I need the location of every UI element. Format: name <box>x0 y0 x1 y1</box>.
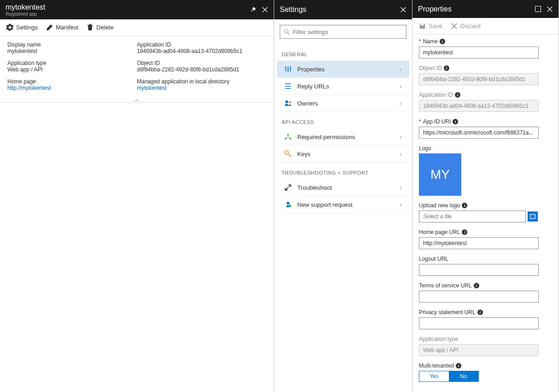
delete-label: Delete <box>96 24 114 31</box>
toggle-no[interactable]: No <box>449 371 478 381</box>
home-page-link[interactable]: http://mytokentest <box>7 85 137 91</box>
trash-icon <box>87 24 94 31</box>
discard-label: Discard <box>460 23 481 29</box>
app-header: mytokentest Registered app <box>0 0 274 19</box>
settings-header: Settings <box>274 0 412 19</box>
settings-title: Settings <box>280 6 306 14</box>
maximize-icon[interactable] <box>535 6 541 12</box>
setting-properties[interactable]: Properties › <box>277 61 409 78</box>
app-id-label: Application ID <box>137 41 266 48</box>
settings-label: Settings <box>16 24 38 31</box>
tos-input[interactable] <box>419 291 539 303</box>
svg-point-2 <box>288 70 289 71</box>
app-toolbar: Settings Manifest Delete <box>0 19 274 36</box>
object-id-value: d8f64bba-2282-492d-80f8-bd1cda2885d1 <box>137 66 266 73</box>
logout-url-input[interactable] <box>419 264 539 276</box>
app-type-value: Web app / API <box>7 66 137 73</box>
wrench-icon <box>284 184 292 191</box>
filter-settings-input[interactable] <box>280 25 406 39</box>
properties-title: Properties <box>418 5 452 13</box>
setting-new-support[interactable]: New support request › <box>277 196 409 213</box>
properties-panel: Properties Save Discard *Namei Object ID… <box>412 0 559 392</box>
svg-point-7 <box>285 100 288 103</box>
object-id-label: Object ID <box>419 65 442 71</box>
home-url-input[interactable] <box>419 237 539 249</box>
multi-tenant-toggle[interactable]: Yes No <box>419 371 479 382</box>
object-id-input <box>419 73 539 85</box>
setting-owners[interactable]: Owners › <box>277 95 409 112</box>
manifest-button[interactable]: Manifest <box>46 24 78 31</box>
display-name-label: Display name <box>7 41 137 48</box>
upload-logo-label: Upload new logo <box>419 202 460 209</box>
chevron-right-icon: › <box>400 82 402 90</box>
toggle-yes[interactable]: Yes <box>419 371 449 381</box>
setting-troubleshoot[interactable]: Troubleshoot › <box>277 179 409 196</box>
permissions-icon <box>284 133 292 140</box>
section-api: API ACCESS <box>274 112 412 129</box>
name-input[interactable] <box>419 47 539 59</box>
setting-keys[interactable]: Keys › <box>277 146 409 163</box>
settings-button[interactable]: Settings <box>6 24 38 31</box>
info-icon[interactable]: i <box>453 119 458 124</box>
collapse-icon[interactable]: ︽ <box>0 96 274 103</box>
privacy-input[interactable] <box>419 317 539 329</box>
app-type-input <box>419 344 539 356</box>
svg-rect-14 <box>289 205 291 207</box>
discard-button[interactable]: Discard <box>451 23 481 29</box>
info-icon[interactable]: i <box>474 283 479 288</box>
multi-tenant-label: Multi-tenanted <box>419 363 454 369</box>
folder-icon <box>530 213 536 220</box>
pin-icon[interactable] <box>250 6 256 13</box>
setting-reply-urls[interactable]: Reply URLs › <box>277 78 409 95</box>
owners-icon <box>284 99 292 107</box>
delete-button[interactable]: Delete <box>87 24 114 31</box>
app-title: mytokentest <box>6 3 45 12</box>
home-page-label: Home page <box>7 78 137 85</box>
display-name-value: mytokentest <box>7 48 137 54</box>
sliders-icon <box>284 65 292 73</box>
save-button[interactable]: Save <box>419 23 442 29</box>
setting-troubleshoot-label: Troubleshoot <box>297 184 394 191</box>
close-icon[interactable] <box>400 6 406 13</box>
app-id-input <box>419 100 539 112</box>
app-subtitle: Registered app <box>6 12 45 17</box>
close-icon[interactable] <box>547 6 553 12</box>
setting-properties-label: Properties <box>297 66 394 73</box>
svg-point-5 <box>285 86 286 87</box>
save-label: Save <box>429 23 442 29</box>
app-id-uri-input[interactable] <box>419 127 539 139</box>
filter-input-field[interactable] <box>293 29 402 35</box>
info-icon[interactable]: i <box>462 203 467 208</box>
section-troubleshooting: TROUBLESHOOTING + SUPPORT <box>274 163 412 179</box>
list-icon <box>284 82 292 90</box>
info-icon[interactable]: i <box>444 65 449 71</box>
info-icon[interactable]: i <box>462 229 467 235</box>
svg-point-12 <box>285 151 288 154</box>
setting-required-permissions[interactable]: Required permissions › <box>277 129 409 146</box>
app-id-label: Application ID <box>419 92 453 98</box>
browse-file-button[interactable] <box>528 211 538 222</box>
svg-point-8 <box>289 101 291 103</box>
logout-url-label: Logout URL <box>419 256 448 262</box>
info-icon[interactable]: i <box>477 310 483 315</box>
upload-file-input[interactable] <box>419 211 526 222</box>
close-icon[interactable] <box>262 6 268 13</box>
info-icon[interactable]: i <box>440 39 445 44</box>
save-icon <box>419 23 426 29</box>
key-icon <box>284 150 292 158</box>
svg-point-9 <box>287 134 289 136</box>
svg-point-1 <box>285 67 287 69</box>
privacy-label: Privacy statement URL <box>419 309 476 316</box>
manifest-label: Manifest <box>56 24 78 31</box>
svg-point-13 <box>287 202 289 205</box>
chevron-right-icon: › <box>400 133 402 140</box>
managed-app-link[interactable]: mytokentest <box>137 85 266 91</box>
info-icon[interactable]: i <box>456 363 461 369</box>
svg-rect-15 <box>530 215 535 219</box>
app-type-label: Application type <box>7 60 137 66</box>
info-icon[interactable]: i <box>455 92 460 98</box>
logo-tile: MY <box>419 153 461 196</box>
app-type-label: Application type <box>419 336 458 342</box>
setting-keys-label: Keys <box>297 151 394 158</box>
section-general: GENERAL <box>274 44 412 61</box>
